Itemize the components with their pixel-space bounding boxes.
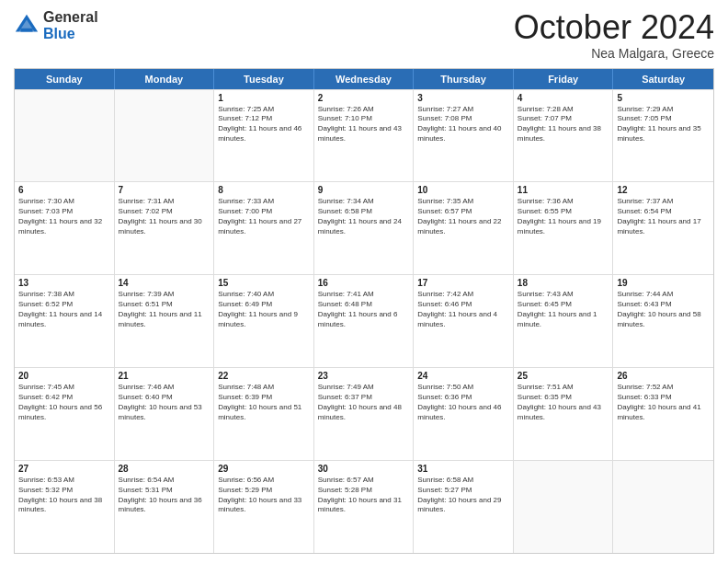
cell-text: Sunrise: 7:36 AMSunset: 6:55 PMDaylight:… — [518, 197, 609, 236]
calendar-cell-r0-c4: 3Sunrise: 7:27 AMSunset: 7:08 PMDaylight… — [414, 90, 514, 182]
day-number: 9 — [318, 185, 410, 195]
calendar-cell-r0-c2: 1Sunrise: 7:25 AMSunset: 7:12 PMDaylight… — [214, 90, 314, 182]
cell-text: Sunrise: 7:44 AMSunset: 6:43 PMDaylight:… — [617, 290, 710, 329]
day-number: 6 — [18, 185, 110, 195]
cell-text: Sunrise: 7:35 AMSunset: 6:57 PMDaylight:… — [417, 197, 509, 236]
weekday-header-sunday: Sunday — [15, 69, 115, 89]
cell-text: Sunrise: 7:52 AMSunset: 6:33 PMDaylight:… — [617, 383, 710, 422]
calendar-cell-r1-c0: 6Sunrise: 7:30 AMSunset: 7:03 PMDaylight… — [15, 182, 115, 274]
day-number: 23 — [318, 371, 410, 381]
day-number: 12 — [617, 185, 710, 195]
calendar-cell-r0-c6: 5Sunrise: 7:29 AMSunset: 7:05 PMDaylight… — [613, 90, 713, 182]
calendar-cell-r1-c6: 12Sunrise: 7:37 AMSunset: 6:54 PMDayligh… — [613, 182, 713, 274]
cell-text: Sunrise: 7:49 AMSunset: 6:37 PMDaylight:… — [318, 383, 410, 422]
logo-blue-text: Blue — [43, 26, 98, 42]
calendar-cell-r3-c2: 22Sunrise: 7:48 AMSunset: 6:39 PMDayligh… — [214, 368, 314, 460]
day-number: 22 — [218, 371, 310, 381]
day-number: 11 — [518, 185, 609, 195]
calendar-cell-r2-c2: 15Sunrise: 7:40 AMSunset: 6:49 PMDayligh… — [214, 275, 314, 367]
day-number: 26 — [617, 371, 710, 381]
calendar-row-0: 1Sunrise: 7:25 AMSunset: 7:12 PMDaylight… — [15, 89, 713, 182]
calendar-cell-r2-c0: 13Sunrise: 7:38 AMSunset: 6:52 PMDayligh… — [15, 275, 115, 367]
calendar-cell-r2-c5: 18Sunrise: 7:43 AMSunset: 6:45 PMDayligh… — [514, 275, 614, 367]
day-number: 21 — [119, 371, 210, 381]
day-number: 5 — [617, 93, 710, 103]
cell-text: Sunrise: 7:29 AMSunset: 7:05 PMDaylight:… — [617, 105, 710, 144]
weekday-header-saturday: Saturday — [613, 69, 713, 89]
day-number: 10 — [417, 185, 509, 195]
day-number: 17 — [417, 278, 509, 288]
day-number: 29 — [218, 464, 310, 474]
day-number: 4 — [518, 93, 609, 103]
calendar: SundayMondayTuesdayWednesdayThursdayFrid… — [14, 68, 714, 554]
calendar-cell-r4-c0: 27Sunrise: 6:53 AMSunset: 5:32 PMDayligh… — [15, 461, 115, 553]
logo-text: General Blue — [43, 9, 98, 41]
calendar-cell-r4-c6 — [613, 461, 713, 553]
calendar-cell-r3-c3: 23Sunrise: 7:49 AMSunset: 6:37 PMDayligh… — [314, 368, 415, 460]
calendar-cell-r3-c1: 21Sunrise: 7:46 AMSunset: 6:40 PMDayligh… — [115, 368, 215, 460]
weekday-header-tuesday: Tuesday — [214, 69, 314, 89]
calendar-row-2: 13Sunrise: 7:38 AMSunset: 6:52 PMDayligh… — [15, 274, 713, 367]
day-number: 30 — [318, 464, 410, 474]
calendar-cell-r2-c1: 14Sunrise: 7:39 AMSunset: 6:51 PMDayligh… — [115, 275, 215, 367]
calendar-cell-r1-c2: 8Sunrise: 7:33 AMSunset: 7:00 PMDaylight… — [214, 182, 314, 274]
calendar-body: 1Sunrise: 7:25 AMSunset: 7:12 PMDaylight… — [15, 89, 713, 553]
calendar-cell-r1-c4: 10Sunrise: 7:35 AMSunset: 6:57 PMDayligh… — [414, 182, 514, 274]
cell-text: Sunrise: 7:27 AMSunset: 7:08 PMDaylight:… — [417, 105, 509, 144]
cell-text: Sunrise: 7:43 AMSunset: 6:45 PMDaylight:… — [518, 290, 609, 329]
day-number: 24 — [417, 371, 509, 381]
day-number: 13 — [18, 278, 110, 288]
cell-text: Sunrise: 6:53 AMSunset: 5:32 PMDaylight:… — [18, 476, 110, 515]
day-number: 2 — [318, 93, 410, 103]
calendar-row-1: 6Sunrise: 7:30 AMSunset: 7:03 PMDaylight… — [15, 181, 713, 274]
calendar-cell-r4-c5 — [514, 461, 614, 553]
cell-text: Sunrise: 7:28 AMSunset: 7:07 PMDaylight:… — [518, 105, 609, 144]
logo-icon — [14, 13, 40, 39]
cell-text: Sunrise: 6:54 AMSunset: 5:31 PMDaylight:… — [119, 476, 210, 515]
cell-text: Sunrise: 7:33 AMSunset: 7:00 PMDaylight:… — [218, 197, 310, 236]
calendar-cell-r1-c5: 11Sunrise: 7:36 AMSunset: 6:55 PMDayligh… — [514, 182, 614, 274]
day-number: 15 — [218, 278, 310, 288]
calendar-cell-r4-c3: 30Sunrise: 6:57 AMSunset: 5:28 PMDayligh… — [314, 461, 415, 553]
page: General Blue October 2024 Nea Malgara, G… — [0, 0, 728, 563]
cell-text: Sunrise: 7:45 AMSunset: 6:42 PMDaylight:… — [18, 383, 110, 422]
calendar-cell-r1-c3: 9Sunrise: 7:34 AMSunset: 6:58 PMDaylight… — [314, 182, 415, 274]
calendar-cell-r1-c1: 7Sunrise: 7:31 AMSunset: 7:02 PMDaylight… — [115, 182, 215, 274]
cell-text: Sunrise: 7:31 AMSunset: 7:02 PMDaylight:… — [119, 197, 210, 236]
cell-text: Sunrise: 7:46 AMSunset: 6:40 PMDaylight:… — [119, 383, 210, 422]
calendar-cell-r2-c6: 19Sunrise: 7:44 AMSunset: 6:43 PMDayligh… — [613, 275, 713, 367]
cell-text: Sunrise: 7:34 AMSunset: 6:58 PMDaylight:… — [318, 197, 410, 236]
calendar-cell-r4-c4: 31Sunrise: 6:58 AMSunset: 5:27 PMDayligh… — [414, 461, 514, 553]
cell-text: Sunrise: 6:58 AMSunset: 5:27 PMDaylight:… — [417, 476, 509, 515]
day-number: 19 — [617, 278, 710, 288]
day-number: 16 — [318, 278, 410, 288]
day-number: 27 — [18, 464, 110, 474]
weekday-header-monday: Monday — [115, 69, 215, 89]
calendar-cell-r4-c2: 29Sunrise: 6:56 AMSunset: 5:29 PMDayligh… — [214, 461, 314, 553]
weekday-header-friday: Friday — [514, 69, 614, 89]
day-number: 18 — [518, 278, 609, 288]
weekday-header-thursday: Thursday — [414, 69, 514, 89]
day-number: 1 — [218, 93, 310, 103]
cell-text: Sunrise: 6:57 AMSunset: 5:28 PMDaylight:… — [318, 476, 410, 515]
cell-text: Sunrise: 7:39 AMSunset: 6:51 PMDaylight:… — [119, 290, 210, 329]
logo: General Blue — [14, 9, 98, 41]
cell-text: Sunrise: 7:26 AMSunset: 7:10 PMDaylight:… — [318, 105, 410, 144]
calendar-cell-r0-c1 — [115, 90, 215, 182]
title-block: October 2024 Nea Malgara, Greece — [514, 9, 714, 61]
weekday-header-wednesday: Wednesday — [314, 69, 415, 89]
cell-text: Sunrise: 6:56 AMSunset: 5:29 PMDaylight:… — [218, 476, 310, 515]
day-number: 25 — [518, 371, 609, 381]
cell-text: Sunrise: 7:40 AMSunset: 6:49 PMDaylight:… — [218, 290, 310, 329]
calendar-cell-r2-c3: 16Sunrise: 7:41 AMSunset: 6:48 PMDayligh… — [314, 275, 415, 367]
location: Nea Malgara, Greece — [514, 46, 714, 61]
cell-text: Sunrise: 7:38 AMSunset: 6:52 PMDaylight:… — [18, 290, 110, 329]
calendar-header: SundayMondayTuesdayWednesdayThursdayFrid… — [15, 69, 713, 89]
day-number: 28 — [119, 464, 210, 474]
day-number: 31 — [417, 464, 509, 474]
calendar-cell-r4-c1: 28Sunrise: 6:54 AMSunset: 5:31 PMDayligh… — [115, 461, 215, 553]
day-number: 8 — [218, 185, 310, 195]
calendar-cell-r3-c5: 25Sunrise: 7:51 AMSunset: 6:35 PMDayligh… — [514, 368, 614, 460]
cell-text: Sunrise: 7:41 AMSunset: 6:48 PMDaylight:… — [318, 290, 410, 329]
day-number: 7 — [119, 185, 210, 195]
